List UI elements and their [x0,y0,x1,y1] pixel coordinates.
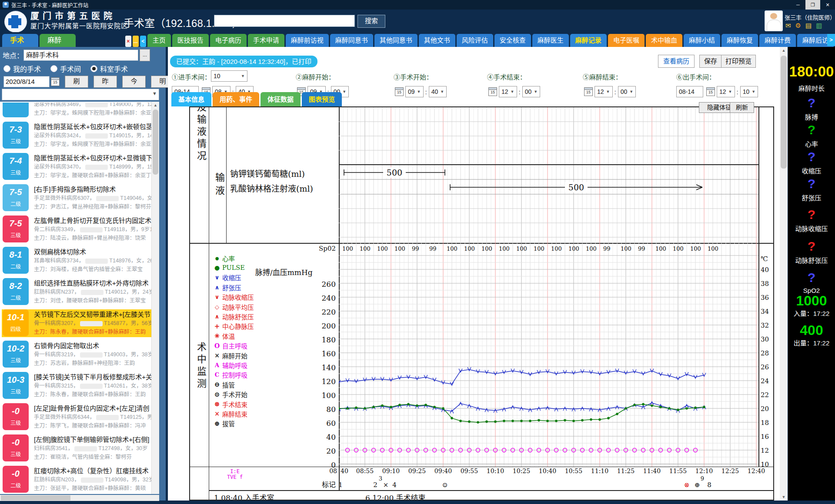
mail-icon[interactable]: ✉ [785,22,791,30]
tab-医技报告[interactable]: 医技报告 [172,34,209,47]
mmhg-tick: 260 [301,280,336,288]
surgery-list-item[interactable]: -0三级[左足]趾骨骨折复位内固定术+[左足]清创手足显微外科病房6344，T1… [2,403,158,431]
minute-select[interactable]: 10▼ [740,86,758,97]
hour-select[interactable]: 09▼ [405,86,424,97]
tab-麻醉小结[interactable]: 麻醉小结 [684,34,720,47]
location-more-button[interactable]: ... [140,49,150,61]
save-button[interactable]: 保存 [699,55,722,68]
tab-风险评估[interactable]: 风险评估 [457,34,493,47]
infusion-section-label: 及输液情况 [194,106,207,163]
hour-select[interactable]: 12▼ [717,86,735,97]
coins-icon[interactable]: ▤ [805,22,812,30]
radio-my-surgery[interactable]: 我的手术 [3,63,41,74]
chart-scrollbar[interactable]: ▲▼ [780,47,788,501]
date-input[interactable]: 2020/8/14 [3,76,50,87]
tab-电子病历[interactable]: 电子病历 [210,34,247,47]
minute-select[interactable]: 00▼ [522,86,541,97]
surgery-list-item[interactable]: 7-5二级[右手]手拇指多指畸形切除术手足显微外科病房6307，T149046，… [2,184,158,212]
subtab-用药、事件[interactable]: 用药、事件 [213,92,259,106]
maximize-button[interactable]: ❐ [805,0,820,10]
tab-术中输血[interactable]: 术中输血 [646,34,682,47]
surgery-info: 右锁骨内固定物取出术骨一科病房3219，T149003，男，38岁主刀：苏志岩，… [34,341,157,368]
calendar-icon[interactable]: 15 [584,87,593,96]
surgery-list-item[interactable]: 7-3三级隐匿性阴茎延长术+包皮环切术+嵌顿包茎泌尿外科病房3424，T1490… [2,122,158,149]
surgery-list-item[interactable]: 10-1四级关节镜下左后交叉韧带重建术+[左膝关节骨一科病房3207，T1458… [2,309,158,337]
scrollbar-thumb[interactable] [781,56,787,169]
minute-select[interactable]: 40▼ [429,86,447,97]
subtab-图表预览[interactable]: 图表预览 [302,92,342,106]
calendar-icon[interactable]: 15 [51,77,60,86]
metric-label: 动脉舒张压 [788,255,835,265]
minimize-button[interactable]: ─ [791,0,805,10]
tab-麻醉医生[interactable]: 麻醉医生 [532,34,569,47]
surgery-list-item[interactable]: 7-4三级隐匿性阴茎延长术+包皮环切术+显微镜下泌尿外科病房3470，T1489… [2,153,158,181]
tab-麻醉恢复[interactable]: 麻醉恢复 [721,34,758,47]
surgery-list-item[interactable]: -0三级[左侧]腹腔镜下单侧输卵管切除术+[右侧]妇科病房3541，T12749… [2,434,158,462]
yesterday-button[interactable]: 昨 [94,76,117,88]
close-button[interactable]: ✕ [820,0,835,10]
tab-麻醉同意书[interactable]: 麻醉同意书 [330,34,373,47]
tab-more-button[interactable]: ... [133,36,139,47]
sidebar-tab-surgery-list[interactable]: 手术列表 [2,34,38,47]
tab-close-button[interactable]: × [125,36,131,47]
tab-主页[interactable]: 主页 [147,34,171,47]
location-input[interactable]: 麻醉手术科 [23,50,138,61]
legend-动脉收缩压: ∨动脉收缩压 [213,292,254,302]
sidebar-tab-sedation[interactable]: 麻醉镇静 [40,34,76,47]
hour-select[interactable]: 12▼ [595,86,613,97]
tab-scroll-left-button[interactable]: < [140,36,146,47]
calendar-icon[interactable]: 15 [488,87,497,96]
gear-icon[interactable]: ⚙ [795,22,801,30]
surgery-list-hscrollbar[interactable] [0,495,159,501]
surgery-list-item[interactable]: -0二级肛瘘切除术+高位（复杂性）肛瘘挂线术肛肠科病房N203，T149098，… [2,466,158,494]
view-record-button[interactable]: 查看病历 [658,55,695,68]
search-input[interactable] [214,15,355,27]
radio-operating-room[interactable]: 手术间 [50,63,81,74]
filter-combobox[interactable]: ▼ [2,89,159,100]
metric-label: 动脉收缩压 [788,224,835,233]
chart-icon[interactable]: ▥ [816,22,822,30]
room-select[interactable]: 10▼ [211,70,247,82]
tab-其他同意书[interactable]: 其他同意书 [374,34,418,47]
scrollbar-thumb[interactable] [153,109,158,175]
celsius-tick: 24 [761,377,774,385]
surgery-list-item[interactable]: 10-2三级右锁骨内固定物取出术骨一科病房3219，T149003，男，38岁主… [2,341,158,368]
legend-glyph-icon: A [213,362,221,368]
subtab-基本信息[interactable]: 基本信息 [171,92,211,106]
surgery-list-item[interactable]: 三级泌尿外科病房3469，T149000，男，12岁2主刀：邬宇龙，蛛网膜下腔阻… [2,103,158,118]
subtab-体征数据[interactable]: 体征数据 [261,92,301,106]
svg-text:100: 100 [499,245,510,252]
date-field[interactable]: 08-14 [676,86,703,97]
surgery-list-item[interactable]: 10-3三级[膝关节镜]关节镜下半月板修整成形术+关骨一科病房3215，T140… [2,372,158,400]
surgery-list-item[interactable]: 8-2二级组织选择性直肠粘膜环切术+外痔切除术肛肠科病房N237，T149012… [2,278,158,306]
tab-安全核查[interactable]: 安全核查 [494,34,531,47]
tab-麻醉计费[interactable]: 麻醉计费 [759,34,796,47]
refresh-day-button[interactable]: 刷 [65,76,88,88]
tab-麻醉记录[interactable]: 麻醉记录 [570,34,607,47]
calendar-icon[interactable]: 15 [395,87,404,96]
minute-select[interactable]: 00▼ [618,86,636,97]
tab-麻醉前访视[interactable]: 麻醉前访视 [286,34,329,47]
user-avatar[interactable] [765,10,783,31]
scrollbar-thumb[interactable] [1,495,70,501]
surgery-list-item[interactable]: 7-5三级左肱骨髁上骨折切开复位克氏针内固定术骨二科病房3349，T149118… [2,216,158,243]
surgery-list-item[interactable]: 8-1二级双侧扁桃体切除术耳鼻喉科病房3734，T148976，女，26岁主刀：… [2,247,158,275]
surgery-list-scrollbar[interactable]: ▲ [151,102,159,494]
hour-select[interactable]: 12▼ [499,86,517,97]
tab-scroll-right-button[interactable]: > [827,34,835,46]
refresh-chart-button[interactable]: 刷新 [730,102,754,113]
tab-电子医嘱[interactable]: 电子医嘱 [608,34,645,47]
tab-手术申请[interactable]: 手术申请 [248,34,284,47]
calendar-icon[interactable]: 15 [706,87,715,96]
mmhg-tick: 80 [301,405,336,414]
today-button[interactable]: 今 [122,76,146,88]
search-button[interactable]: 搜索 [357,15,385,28]
redacted-name [85,103,108,107]
surgeon-info: 主刀：张延平，腰硬联合麻醉+静脉麻醉：黄硕 [34,484,157,493]
tab-其他文书[interactable]: 其他文书 [419,34,455,47]
radio-dot [90,65,97,72]
radio-department-surgery[interactable]: 科室手术 [90,63,128,74]
patient-info: 骨一科病房3207，T145877，男，56岁 [34,319,157,328]
print-preview-button[interactable]: 打印预览 [721,55,756,68]
legend-glyph-icon: O [213,342,221,349]
